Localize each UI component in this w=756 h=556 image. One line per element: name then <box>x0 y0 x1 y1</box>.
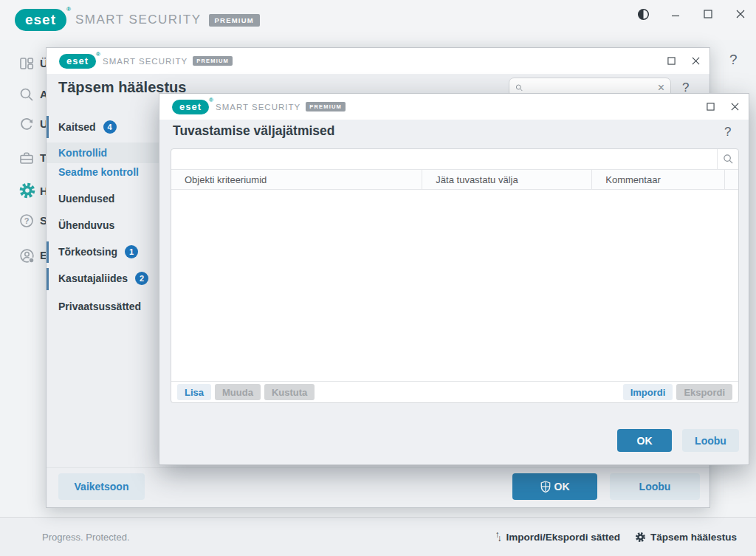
sidebar-item-uuendused[interactable]: Uuendused <box>47 188 157 209</box>
product-name: SMART SECURITY <box>75 13 202 27</box>
column-header-object-criteria: Objekti kriteeriumid <box>171 170 422 189</box>
sidebar-item-label: Kaitsed <box>58 121 96 133</box>
close-button[interactable] <box>687 52 704 69</box>
setup-search-input[interactable] <box>528 82 658 93</box>
column-header-exclude-detection: Jäta tuvastatu välja <box>422 170 591 189</box>
eset-logo-text: eset <box>25 12 56 28</box>
filter-input[interactable] <box>171 149 717 169</box>
search-icon <box>723 154 734 165</box>
table-body-empty[interactable] <box>171 190 738 381</box>
close-button[interactable] <box>726 98 743 114</box>
tagline: Progress. Protected. <box>42 532 130 543</box>
maximize-button[interactable] <box>663 52 679 69</box>
column-header-scrollbar-gutter <box>724 170 738 189</box>
minimize-button[interactable] <box>667 6 684 22</box>
search-icon <box>515 83 523 93</box>
ok-button[interactable]: OK <box>617 429 672 452</box>
svg-text:?: ? <box>24 216 30 225</box>
eset-logo: eset ® <box>172 100 209 114</box>
main-titlebar: eset ® SMART SECURITY PREMIUM <box>0 0 756 40</box>
detection-exclusions-window: eset ® SMART SECURITY PREMIUM Tuvastamis… <box>159 93 749 465</box>
delete-button[interactable]: Kustuta <box>264 384 315 400</box>
badge: 1 <box>125 245 138 258</box>
help-circle-icon: ? <box>18 213 35 229</box>
product-name: SMART SECURITY <box>216 103 300 111</box>
edit-button[interactable]: Muuda <box>215 384 261 400</box>
scan-icon <box>18 86 35 103</box>
update-icon <box>18 116 35 132</box>
exclusions-titlebar: eset ® SMART SECURITY PREMIUM <box>159 94 749 120</box>
exclusions-help-icon[interactable]: ? <box>724 125 731 140</box>
exclusions-panel: Objekti kriteeriumid Jäta tuvastatu välj… <box>171 148 739 403</box>
sidebar-item-label: Uuendused <box>58 193 114 205</box>
registered-mark: ® <box>209 97 214 103</box>
import-export-settings-link[interactable]: Impordi/Ekspordi sätted <box>506 532 620 543</box>
registered-mark: ® <box>66 6 72 13</box>
import-export-icon: ↑↓ <box>495 532 501 542</box>
sidebar-item-uhenduvus[interactable]: Ühenduvus <box>47 215 157 236</box>
eset-logo: eset ® <box>59 54 96 69</box>
close-button[interactable] <box>732 6 749 22</box>
column-header-comment: Kommentaar <box>591 170 724 189</box>
overview-icon <box>18 55 35 72</box>
filter-row <box>171 149 738 170</box>
sidebar-item-label: Kasutajaliides <box>58 272 128 284</box>
table-toolbar: Lisa Muuda Kustuta Impordi Ekspordi <box>171 381 738 402</box>
add-button[interactable]: Lisa <box>177 384 211 400</box>
maximize-button[interactable] <box>700 6 716 22</box>
sidebar-item-privaatsussatted[interactable]: Privaatsussätted <box>47 296 157 317</box>
sidebar-item-label: Ühenduvus <box>58 219 114 231</box>
search-button[interactable] <box>717 149 738 169</box>
default-button[interactable]: Vaiketsoon <box>58 473 145 500</box>
sidebar-item-kasutajaliides[interactable]: Kasutajaliides 2 <box>47 268 157 289</box>
desktop: eset ® SMART SECURITY PREMIUM ? <box>0 0 756 556</box>
sidebar-item-label: Tõrkeotsing <box>58 246 117 258</box>
account-icon <box>18 247 35 264</box>
sidebar-item-seadme-kontroll[interactable]: Seadme kontroll <box>47 162 157 182</box>
page-title: Tuvastamise väljajätmised <box>173 123 335 139</box>
eset-logo-text: eset <box>66 55 89 66</box>
sidebar-item-kaitsed[interactable]: Kaitsed 4 <box>47 117 157 137</box>
sidebar-item-label: Seadme kontroll <box>58 166 139 178</box>
cancel-button[interactable]: Loobu <box>682 429 739 452</box>
export-button[interactable]: Ekspordi <box>676 384 732 400</box>
premium-badge: PREMIUM <box>193 56 233 66</box>
eset-logo-text: eset <box>179 101 202 112</box>
maximize-button[interactable] <box>702 98 718 114</box>
ok-button-label: OK <box>554 481 570 492</box>
premium-badge: PREMIUM <box>306 102 346 111</box>
ok-button[interactable]: OK <box>512 473 597 500</box>
tools-icon <box>18 150 35 166</box>
theme-toggle-icon[interactable] <box>635 6 651 22</box>
main-help-icon[interactable]: ? <box>729 52 738 68</box>
registered-mark: ® <box>96 51 101 58</box>
sidebar-item-label: Privaatsussätted <box>58 301 141 312</box>
sidebar-item-torkeotsing[interactable]: Tõrkeotsing 1 <box>47 241 157 262</box>
advanced-setup-link[interactable]: Täpsem häälestus <box>650 532 737 543</box>
eset-logo: eset ® <box>15 9 66 31</box>
table-header: Objekti kriteeriumid Jäta tuvastatu välj… <box>171 170 738 190</box>
statusbar: Progress. Protected. ↑↓ Impordi/Ekspordi… <box>0 517 756 556</box>
cancel-button[interactable]: Loobu <box>610 473 700 500</box>
badge: 4 <box>103 120 117 134</box>
clear-search-icon[interactable]: × <box>658 82 664 94</box>
import-button[interactable]: Impordi <box>623 384 673 400</box>
product-name: SMART SECURITY <box>103 57 188 66</box>
setup-titlebar: eset ® SMART SECURITY PREMIUM <box>47 48 709 74</box>
uac-shield-icon <box>540 481 551 492</box>
premium-badge: PREMIUM <box>209 14 260 27</box>
gear-icon <box>635 532 646 543</box>
badge: 2 <box>135 272 148 285</box>
sidebar-item-label: Kontrollid <box>58 147 107 159</box>
setup-gear-icon <box>18 182 36 199</box>
footer-divider <box>47 467 709 468</box>
sidebar-item-kontrollid[interactable]: Kontrollid <box>47 143 159 163</box>
